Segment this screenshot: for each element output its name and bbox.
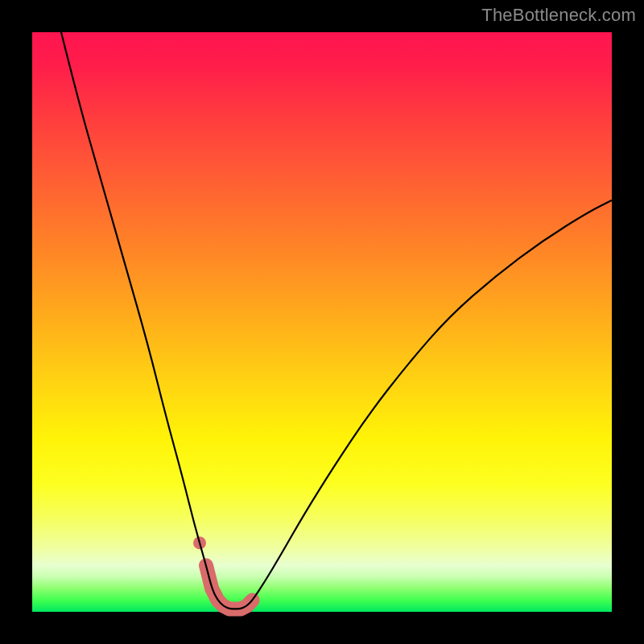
plot-area: [32, 32, 612, 612]
curve-svg: [32, 32, 612, 612]
bottleneck-curve: [61, 32, 612, 609]
highlight-markers: [193, 536, 253, 609]
highlight-band: [206, 565, 253, 609]
watermark-label: TheBottleneck.com: [481, 5, 636, 26]
chart-frame: TheBottleneck.com: [0, 0, 644, 644]
